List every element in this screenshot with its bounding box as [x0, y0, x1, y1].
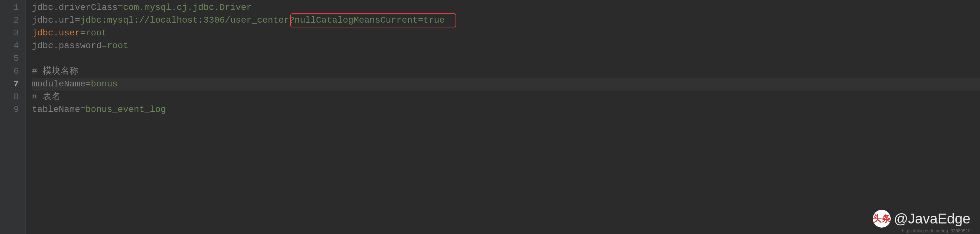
line-number: 6 [3, 65, 19, 78]
code-line-5[interactable] [32, 52, 980, 65]
equals-sign: = [102, 41, 107, 51]
property-key: tableName [32, 105, 80, 115]
equals-sign: = [118, 3, 123, 13]
comment: # 表名 [32, 92, 60, 102]
property-value: root [86, 28, 107, 38]
property-value: bonus [91, 79, 118, 89]
watermark-url: https://blog.csdn.net/qq_33589510 [902, 228, 970, 233]
equals-sign: = [80, 105, 86, 115]
code-line-1[interactable]: jdbc.driverClass=com.mysql.cj.jdbc.Drive… [32, 1, 980, 14]
property-value: root [107, 41, 128, 51]
code-line-4[interactable]: jdbc.password=root [32, 40, 980, 52]
watermark-text: @JavaEdge [894, 211, 970, 227]
equals-sign: = [86, 79, 91, 89]
line-number: 9 [3, 103, 19, 116]
line-number: 4 [3, 40, 19, 52]
code-area[interactable]: jdbc.driverClass=com.mysql.cj.jdbc.Drive… [25, 0, 980, 234]
property-key: jdbc.user [32, 28, 80, 38]
code-line-9[interactable]: tableName=bonus_event_log [32, 103, 980, 116]
property-value: com.mysql.cj.jdbc.Driver [123, 3, 252, 13]
equals-sign: = [80, 28, 86, 38]
code-line-2[interactable]: jdbc.url=jdbc:mysql://localhost:3306/use… [32, 14, 980, 27]
line-number: 2 [3, 14, 19, 27]
toutiao-logo-icon: 头条 [873, 210, 891, 228]
code-line-6[interactable]: # 模块名称 [32, 65, 980, 78]
property-key: jdbc.password [32, 41, 102, 51]
code-line-8[interactable]: # 表名 [32, 91, 980, 103]
equals-sign: = [75, 15, 80, 25]
property-value: bonus_event_log [86, 105, 166, 115]
property-key: jdbc.url [32, 15, 75, 25]
code-line-7[interactable]: moduleName=bonus [32, 78, 980, 91]
comment: # 模块名称 [32, 66, 78, 76]
logo-text: 头条 [873, 215, 891, 223]
property-value: jdbc:mysql://localhost:3306/user_center?… [80, 15, 445, 25]
line-number-current: 7 [3, 78, 19, 91]
line-number: 5 [3, 52, 19, 65]
line-number: 8 [3, 91, 19, 103]
property-key: moduleName [32, 79, 86, 89]
line-number: 3 [3, 27, 19, 40]
code-line-3[interactable]: jdbc.user=root [32, 27, 980, 40]
line-number: 1 [3, 1, 19, 14]
property-key: jdbc.driverClass [32, 3, 118, 13]
watermark: 头条 @JavaEdge [873, 210, 970, 228]
code-editor[interactable]: 1 2 3 4 5 6 7 8 9 jdbc.driverClass=com.m… [0, 0, 980, 234]
line-number-gutter: 1 2 3 4 5 6 7 8 9 [0, 0, 25, 234]
